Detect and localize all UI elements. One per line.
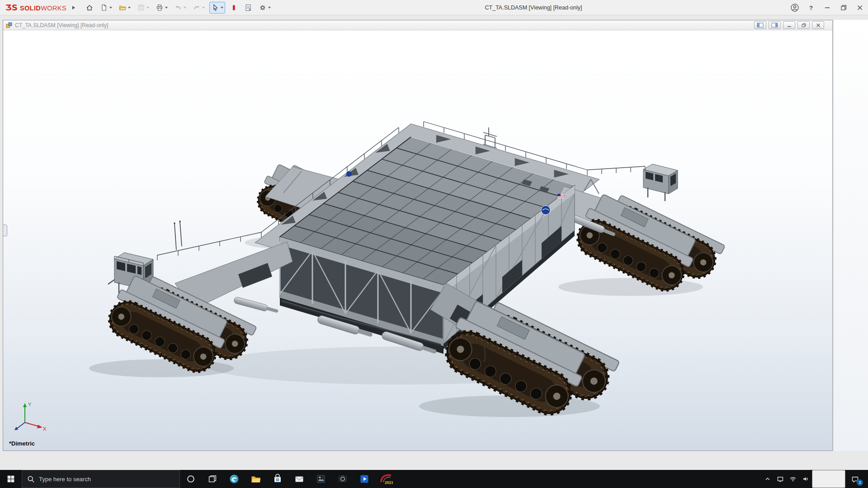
file-explorer-button[interactable]	[245, 470, 267, 488]
windows-logo-icon	[6, 474, 15, 483]
action-center-button[interactable]: 3	[845, 470, 864, 488]
doc-close-icon	[816, 23, 821, 28]
close-icon	[856, 4, 863, 11]
document-window-controls	[754, 21, 824, 29]
undo-button[interactable]	[172, 2, 188, 14]
photos-app-button[interactable]	[310, 470, 332, 488]
print-button[interactable]	[154, 2, 170, 14]
search-icon	[27, 475, 35, 483]
mail-icon	[293, 473, 305, 485]
store-button[interactable]	[267, 470, 288, 488]
doc-restore-button[interactable]	[797, 21, 810, 29]
task-view-button[interactable]	[202, 470, 223, 488]
start-button[interactable]	[0, 470, 22, 488]
wifi-icon	[789, 475, 797, 483]
account-button[interactable]	[787, 0, 803, 15]
solidworks-app-icon: 2021	[379, 472, 393, 486]
panel-collapse-tab[interactable]	[3, 225, 7, 236]
options-button[interactable]	[257, 2, 273, 14]
task-view-icon	[207, 474, 218, 484]
photos-icon	[315, 473, 327, 485]
file-properties-button[interactable]	[242, 2, 254, 14]
camera-icon	[337, 473, 349, 485]
right-operator-cab[interactable]	[643, 164, 678, 201]
mail-button[interactable]	[288, 470, 310, 488]
redo-button[interactable]	[191, 2, 207, 14]
expand-arrow-icon	[72, 6, 75, 9]
brand-works: WORKS	[41, 5, 66, 12]
restore-button[interactable]	[835, 0, 852, 15]
help-glyph: ?	[809, 5, 813, 11]
pane-right-icon	[771, 23, 778, 28]
camera-app-button[interactable]	[332, 470, 354, 488]
orientation-triad[interactable]: Y X	[14, 402, 47, 432]
collaboration-status-button[interactable]	[228, 2, 240, 14]
minimize-icon	[824, 4, 831, 11]
help-button[interactable]: ?	[803, 0, 819, 15]
media-player-icon	[359, 473, 370, 485]
dropdown-caret-icon	[165, 7, 168, 9]
dropdown-caret-icon	[221, 7, 223, 9]
hydraulic-cylinder[interactable]	[233, 296, 279, 314]
new-document-button[interactable]	[98, 2, 114, 14]
media-player-app-button[interactable]	[354, 470, 375, 488]
doc-restore-icon	[801, 23, 807, 28]
tray-network-button[interactable]	[787, 470, 799, 488]
account-icon	[790, 3, 799, 12]
windows-taskbar: Type here to search 2021	[0, 470, 868, 488]
save-icon	[137, 4, 145, 12]
speaker-icon	[802, 475, 809, 483]
select-tool-button[interactable]	[209, 2, 225, 14]
tray-display-button[interactable]	[774, 470, 787, 488]
taskbar-clock[interactable]: 8:26 PM 3/5/2021	[812, 470, 845, 488]
tray-chevron-button[interactable]	[761, 470, 774, 488]
assembly-document-icon	[6, 22, 12, 28]
print-icon	[156, 4, 164, 12]
home-button[interactable]	[84, 2, 95, 14]
taskbar-search[interactable]: Type here to search	[22, 470, 180, 488]
antenna-masts	[174, 221, 182, 250]
solidworks-2021-button[interactable]: 2021	[375, 470, 397, 488]
home-icon	[85, 4, 94, 12]
model-canvas[interactable]: Y X	[3, 30, 832, 450]
open-folder-icon	[118, 4, 127, 12]
clock-date: 3/5/2021	[813, 479, 844, 485]
restore-icon	[840, 4, 847, 11]
undo-icon	[174, 4, 182, 12]
clock-time: 8:26 PM	[813, 473, 844, 479]
pane-left-icon	[757, 23, 764, 28]
task-pane-collapsed[interactable]	[833, 20, 868, 451]
doc-minimize-button[interactable]	[783, 21, 795, 29]
app-titlebar: ƷS SOLIDWORKS	[0, 0, 868, 15]
tray-volume-button[interactable]	[799, 470, 812, 488]
redo-icon	[193, 4, 201, 12]
save-button[interactable]	[135, 2, 151, 14]
cortana-button[interactable]	[180, 470, 202, 488]
open-button[interactable]	[117, 2, 132, 14]
graphics-viewport[interactable]: Y X *Dimetric	[3, 30, 832, 450]
menu-expand-button[interactable]	[70, 3, 77, 13]
dropdown-caret-icon	[128, 7, 131, 9]
display-pane-left-button[interactable]	[754, 21, 766, 29]
document-titlebar: CT_TA.SLDASM [Viewing] [Read-only]	[3, 20, 832, 30]
minimize-button[interactable]	[819, 0, 835, 15]
dropdown-caret-icon	[202, 7, 205, 9]
edge-browser-button[interactable]	[223, 470, 245, 488]
cortana-icon	[185, 474, 196, 484]
close-button[interactable]	[852, 0, 868, 15]
new-document-icon	[100, 4, 108, 12]
dropdown-caret-icon	[109, 7, 112, 9]
select-arrow-icon	[211, 4, 219, 12]
dropdown-caret-icon	[268, 7, 271, 9]
solidworks-year-badge: 2021	[385, 480, 393, 485]
view-orientation-label: *Dimetric	[9, 440, 35, 447]
display-pane-right-button[interactable]	[769, 21, 781, 29]
file-explorer-icon	[250, 473, 262, 485]
y-axis-label: Y	[28, 402, 32, 407]
search-placeholder: Type here to search	[39, 476, 91, 483]
doc-close-button[interactable]	[812, 21, 824, 29]
edge-icon	[228, 473, 240, 485]
file-properties-icon	[244, 4, 252, 12]
solidworks-logo: ƷS SOLIDWORKS	[2, 3, 70, 12]
quick-access-toolbar	[84, 2, 273, 14]
